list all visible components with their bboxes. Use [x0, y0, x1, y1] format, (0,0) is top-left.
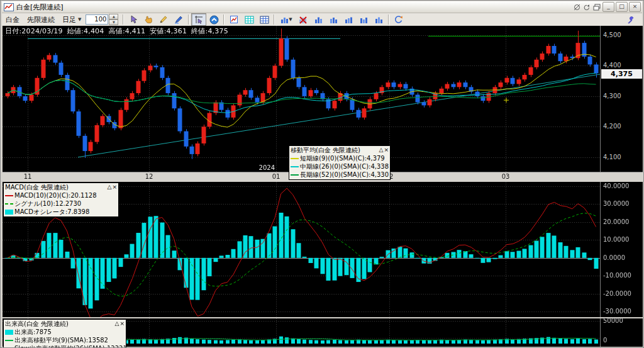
collapse-icon[interactable]: △: [108, 183, 112, 191]
minimize-button[interactable]: _: [602, 2, 614, 12]
macd-plot[interactable]: MACD(白金 先限連続) △× MACD(10)(20)(C):20.1128…: [3, 182, 600, 317]
axis-tick-label: 40.0000: [603, 182, 629, 189]
crosshair-tool-button[interactable]: [191, 13, 206, 26]
legend-item: Slow出来高移動平均(26)(SMA):13321: [5, 344, 125, 348]
ma-legend-title: 移動平均(白金 先限連続): [291, 146, 360, 154]
month-label: 01: [272, 173, 280, 180]
legend-item: MACD(10)(20)(C):20.1128: [5, 191, 117, 199]
chart-settings-button[interactable]: [226, 13, 242, 26]
marker-tool-button[interactable]: [171, 13, 186, 26]
collapse-icon[interactable]: △: [115, 320, 119, 328]
legend-item: 中期線(26)(0)(SMA)(C):4,338: [291, 162, 389, 171]
indicator-preset-1-button[interactable]: [311, 13, 326, 26]
axis-tick-label: 20.0000: [603, 218, 629, 225]
hand-tool-button[interactable]: [141, 13, 156, 26]
month-label: 11: [24, 173, 32, 180]
macd-legend-title: MACD(白金 先限連続): [5, 183, 69, 191]
legend-swatch: [291, 166, 299, 167]
axis-tick-label: 4,300: [603, 93, 621, 99]
ohlc-info-bar: 日付:2024/03/19始値:4,404高値:4,411安値:4,361終値:…: [5, 26, 233, 36]
spin-down-icon[interactable]: ▼: [109, 20, 118, 25]
chevron-down-icon: ▼: [289, 17, 292, 22]
legend-label: 長期線(52)(0)(SMA)(C):4,330: [300, 171, 389, 179]
pencil-tool-button[interactable]: [156, 13, 171, 26]
remove-indicator-button[interactable]: [296, 13, 311, 26]
toolbar: 白金 先限連続 日足▼ 100 ▲▼: [2, 13, 642, 26]
ma-legend: 移動平均(白金 先限連続) △× 短期線(9)(0)(SMA)(C):4,379…: [289, 145, 391, 180]
legend-item: MACDオシレータ:7.8398: [5, 208, 117, 216]
collapse-icon[interactable]: △: [379, 146, 384, 154]
legend-label: MACDオシレータ:7.8398: [14, 208, 89, 216]
macd-legend: MACD(白金 先限連続) △× MACD(10)(20)(C):20.1128…: [3, 182, 119, 217]
legend-swatch: [5, 340, 13, 341]
legend-swatch: [291, 158, 299, 159]
info-low: 安値:4,361: [150, 27, 187, 35]
info-high: 高値:4,411: [109, 27, 146, 35]
axis-tick-label: -30.0000: [603, 308, 631, 315]
info-date: 日付:2024/03/19: [5, 27, 63, 35]
main-chart-pane[interactable]: 日付:2024/03/19始値:4,404高値:4,411安値:4,361終値:…: [3, 26, 643, 172]
bar-count-value[interactable]: 100: [86, 14, 108, 25]
legend-label: 出来高:7875: [14, 328, 52, 336]
legend-label: 短期線(9)(0)(SMA)(C):4,379: [300, 154, 385, 162]
indicator-preset-2-button[interactable]: [326, 13, 341, 26]
cascade-windows-icon[interactable]: [592, 3, 601, 11]
legend-label: 中期線(26)(0)(SMA)(C):4,338: [300, 162, 389, 171]
legend-item: 長期線(52)(0)(SMA)(C):4,330: [291, 171, 389, 179]
axis-tick-label: -10.0000: [603, 272, 631, 279]
axis-tick-label: 4,400: [603, 62, 621, 69]
chart-window: 白金[先限連続] _ □ × 白金 先限連続 日足▼ 100 ▲▼: [0, 0, 644, 348]
close-button[interactable]: ×: [629, 2, 641, 12]
info-close: 終値:4,375: [191, 27, 228, 35]
year-label: 2024: [259, 164, 275, 171]
volume-pane[interactable]: 出来高(白金 先限連続) △× 出来高:7875出来高移動平均(9)(SMA):…: [3, 318, 643, 347]
axis-tick-label: 30.0000: [603, 200, 629, 207]
scroll-up-button[interactable]: [206, 13, 221, 26]
rotate-icon[interactable]: [582, 3, 591, 11]
month-label: 12: [145, 173, 153, 180]
last-price-badge: 4,375: [601, 69, 642, 79]
spin-up-icon[interactable]: ▲: [109, 14, 118, 20]
legend-swatch: [291, 174, 299, 176]
legend-swatch: [5, 203, 13, 205]
attach-icon[interactable]: [572, 3, 581, 11]
volume-axis[interactable]: 500000: [600, 318, 643, 347]
bar-count-stepper[interactable]: 100 ▲▼: [86, 14, 118, 25]
close-icon[interactable]: ×: [384, 146, 389, 154]
axis-tick-label: 0: [603, 337, 607, 344]
macd-pane[interactable]: MACD(白金 先限連続) △× MACD(10)(20)(C):20.1128…: [3, 182, 643, 317]
volume-plot[interactable]: 出来高(白金 先限連続) △× 出来高:7875出来高移動平均(9)(SMA):…: [3, 318, 600, 347]
series-label: 先限連続: [23, 15, 58, 25]
grid-table-cyan-button[interactable]: [242, 13, 257, 26]
axis-tick-label: 0.0000: [603, 254, 625, 261]
indicator-preset-3-button[interactable]: [341, 13, 356, 26]
legend-label: 出来高移動平均(9)(SMA):13582: [14, 336, 108, 344]
period-dropdown[interactable]: 日足▼: [58, 15, 83, 25]
legend-item: 出来高移動平均(9)(SMA):13582: [5, 336, 125, 344]
axis-tick-label: 50000: [603, 317, 623, 324]
cursor-tool-button[interactable]: [126, 13, 141, 26]
symbol-label: 白金: [2, 15, 23, 25]
wrench-settings-icon[interactable]: [623, 13, 638, 26]
refresh-button[interactable]: [391, 13, 406, 26]
indicator-preset-5-button[interactable]: [371, 13, 386, 26]
volume-legend: 出来高(白金 先限連続) △× 出来高:7875出来高移動平均(9)(SMA):…: [3, 319, 126, 348]
legend-label: シグナル(10):12.2730: [14, 199, 81, 208]
maximize-button[interactable]: □: [616, 2, 628, 12]
chevron-down-icon: ▼: [78, 17, 81, 22]
main-plot[interactable]: 日付:2024/03/19始値:4,404高値:4,411安値:4,361終値:…: [3, 26, 600, 172]
title-bar: 白金[先限連続] _ □ ×: [2, 1, 642, 13]
indicator-preset-4-button[interactable]: [356, 13, 371, 26]
main-price-axis[interactable]: 4,5004,4004,3004,2004,1004,375: [600, 26, 643, 172]
legend-swatch: [5, 195, 13, 196]
legend-swatch: [5, 210, 13, 215]
axis-tick-label: 4,100: [603, 154, 621, 160]
close-icon[interactable]: ×: [112, 183, 117, 191]
macd-axis[interactable]: 40.000030.000020.000010.00000.0000-10.00…: [600, 182, 643, 317]
chart-app-icon: [4, 3, 14, 11]
window-title: 白金[先限連続]: [16, 3, 64, 12]
close-icon[interactable]: ×: [119, 320, 125, 328]
legend-item: 出来高:7875: [5, 328, 125, 336]
grid-table-blue-button[interactable]: [257, 13, 272, 26]
indicator-type-dropdown[interactable]: ▼: [277, 13, 296, 26]
